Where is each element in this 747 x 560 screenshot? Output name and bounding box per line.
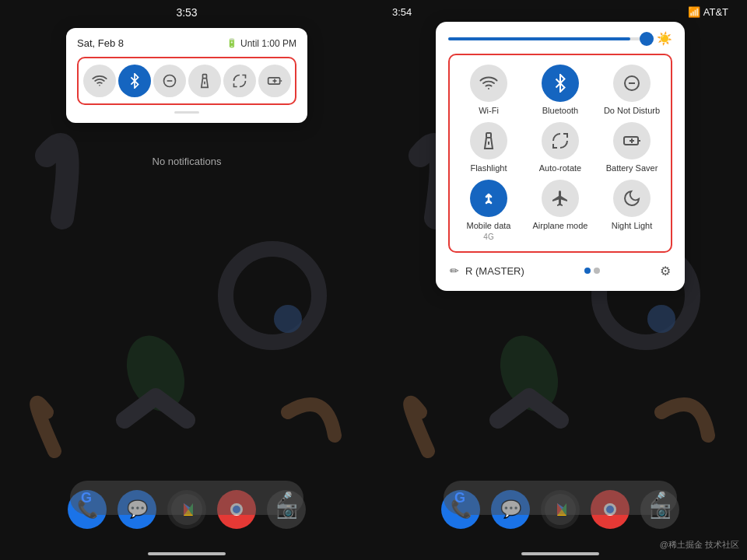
brightness-icon: ☀️ bbox=[657, 31, 672, 46]
qs-tile-dnd[interactable]: Do Not Disturb bbox=[599, 65, 665, 116]
tile-autorotate[interactable] bbox=[223, 65, 256, 97]
qs-flashlight-label: Flashlight bbox=[470, 163, 507, 173]
slider-track bbox=[448, 37, 651, 40]
qs-page-dots bbox=[584, 268, 600, 274]
google-logo-right: G bbox=[454, 490, 465, 506]
qs-tile-autorotate[interactable]: Auto-rotate bbox=[528, 122, 593, 173]
slider-thumb[interactable] bbox=[640, 32, 654, 46]
carrier-label: AT&T bbox=[703, 6, 728, 18]
right-time: 3:54 bbox=[392, 6, 412, 18]
home-indicator-right bbox=[521, 552, 599, 555]
qs-tile-mobiledata[interactable]: Mobile data4G bbox=[456, 180, 521, 241]
qs-battery-icon bbox=[613, 122, 651, 159]
tile-flashlight[interactable] bbox=[188, 65, 221, 97]
qs-tile-wifi[interactable]: Wi-Fi bbox=[456, 65, 521, 116]
qs-grid: Wi-Fi Bluetooth Do No bbox=[448, 54, 672, 253]
no-notifications: No notifications bbox=[153, 156, 222, 167]
search-bar-left[interactable]: G 🎤 bbox=[70, 481, 303, 515]
qs-tile-battery[interactable]: Battery Saver bbox=[599, 122, 665, 173]
qs-airplane-label: Airplane mode bbox=[533, 221, 588, 231]
qs-autorotate-icon bbox=[542, 122, 579, 159]
right-status-bar: 3:54 📶 AT&T bbox=[374, 6, 747, 18]
mic-icon-right[interactable]: 🎤 bbox=[651, 491, 666, 506]
qs-dnd-icon bbox=[613, 65, 651, 102]
qs-tile-airplane[interactable]: Airplane mode bbox=[528, 180, 593, 241]
qs-dnd-label: Do Not Disturb bbox=[604, 106, 660, 116]
qs-tile-flashlight[interactable]: Flashlight bbox=[456, 122, 521, 173]
qs-battery-label: Battery Saver bbox=[606, 163, 658, 173]
qs-mobiledata-label: Mobile data4G bbox=[467, 221, 511, 241]
tile-bluetooth[interactable] bbox=[118, 65, 151, 97]
qs-user-left: ✏ R (MASTER) bbox=[450, 264, 524, 277]
quick-settings-panel: ☀️ Wi-Fi Bluetooth bbox=[436, 22, 685, 291]
qs-mobiledata-icon bbox=[470, 180, 507, 217]
qs-airplane-icon bbox=[542, 180, 579, 217]
qs-flashlight-icon bbox=[470, 122, 507, 159]
right-phone: 3:54 📶 AT&T ☀️ Wi-Fi bbox=[374, 0, 747, 560]
right-status-icons: 📶 AT&T bbox=[688, 6, 728, 18]
svg-point-21 bbox=[647, 305, 675, 333]
qs-autorotate-label: Auto-rotate bbox=[539, 163, 581, 173]
qs-tile-bluetooth[interactable]: Bluetooth bbox=[528, 65, 593, 116]
qs-dot-2 bbox=[594, 268, 600, 274]
google-logo: G bbox=[81, 490, 92, 506]
slider-fill bbox=[448, 37, 630, 40]
settings-icon[interactable]: ⚙ bbox=[660, 264, 671, 278]
svg-point-20 bbox=[490, 327, 568, 419]
mic-icon[interactable]: 🎤 bbox=[277, 491, 293, 506]
qs-user-name: R (MASTER) bbox=[465, 265, 524, 277]
tile-battery[interactable] bbox=[258, 65, 291, 97]
tile-wifi[interactable] bbox=[83, 65, 116, 97]
left-phone: 3:53 Sat, Feb 8 🔋 Until 1:00 PM bbox=[0, 0, 374, 560]
search-bar-right[interactable]: G 🎤 bbox=[444, 481, 677, 515]
qs-user-row: ✏ R (MASTER) ⚙ bbox=[448, 261, 672, 282]
qs-wifi-icon bbox=[470, 65, 507, 102]
qs-bluetooth-icon bbox=[542, 65, 579, 102]
svg-point-1 bbox=[117, 327, 195, 419]
tile-dnd[interactable] bbox=[153, 65, 186, 97]
watermark: @稀土掘金 技术社区 bbox=[660, 539, 739, 551]
qs-tile-nightlight[interactable]: Night Light bbox=[599, 180, 665, 241]
edit-icon[interactable]: ✏ bbox=[450, 264, 459, 277]
quick-tiles-row bbox=[77, 57, 296, 105]
svg-point-0 bbox=[226, 249, 319, 342]
qs-nightlight-icon bbox=[613, 180, 651, 217]
notification-panel: Sat, Feb 8 🔋 Until 1:00 PM bbox=[66, 28, 307, 123]
qs-wifi-label: Wi-Fi bbox=[479, 106, 499, 116]
svg-rect-5 bbox=[202, 75, 206, 79]
left-status-bar: 3:53 bbox=[176, 6, 197, 19]
signal-icon: 📶 bbox=[688, 6, 700, 18]
qs-bluetooth-label: Bluetooth bbox=[542, 106, 578, 116]
svg-point-2 bbox=[274, 305, 302, 333]
notif-header: Sat, Feb 8 🔋 Until 1:00 PM bbox=[77, 37, 296, 49]
notif-date: Sat, Feb 8 bbox=[77, 37, 124, 49]
svg-rect-24 bbox=[486, 133, 491, 138]
left-time: 3:53 bbox=[176, 6, 197, 19]
brightness-slider[interactable]: ☀️ bbox=[448, 31, 672, 46]
home-indicator-left bbox=[148, 552, 226, 555]
until-label: 🔋 Until 1:00 PM bbox=[226, 38, 296, 49]
qs-dot-1 bbox=[584, 268, 591, 274]
qs-nightlight-label: Night Light bbox=[612, 221, 653, 231]
battery-small-icon: 🔋 bbox=[226, 38, 237, 48]
